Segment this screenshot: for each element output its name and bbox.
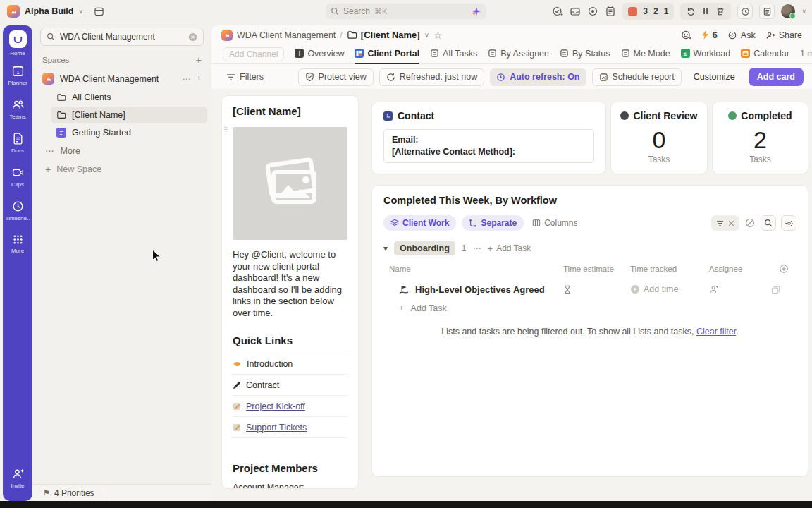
add-card-button[interactable]: Add card (749, 68, 804, 86)
add-time-button[interactable]: Add time (630, 284, 709, 294)
sidebar-more-button[interactable]: ⋯ More (39, 142, 207, 159)
dashboard-icon (355, 49, 364, 58)
add-column-icon[interactable] (771, 264, 796, 274)
sidebar-space-wda[interactable]: WDA Client Management ⋯ + (37, 69, 207, 88)
group-add-task-button[interactable]: + Add Task (488, 243, 531, 254)
pause-icon[interactable] (701, 7, 710, 16)
group-collapse-caret[interactable]: ▾ (383, 243, 388, 253)
breadcrumb-space[interactable]: WDA Client Management (237, 30, 336, 40)
ask-button[interactable]: Ask (727, 30, 756, 40)
schedule-report-button[interactable]: Schedule report (592, 68, 682, 86)
undo-icon[interactable] (686, 6, 696, 16)
task-row[interactable]: High-Level Objectives Agreed Add time (383, 280, 796, 298)
task-check-icon[interactable] (552, 6, 563, 17)
clear-filter-link[interactable]: Clear filter (696, 327, 736, 337)
boost-button[interactable]: 6 (701, 30, 718, 40)
tab-add-channel[interactable]: Add Channel (223, 47, 284, 61)
tab-by-status[interactable]: By Status (560, 44, 610, 64)
pomodoro-timer-group[interactable]: 3 2 1 (622, 3, 674, 20)
search-tasks-button[interactable] (761, 215, 776, 231)
sidebar-item-getting-started[interactable]: Getting Started (51, 124, 207, 141)
window-icon[interactable] (94, 6, 104, 17)
stat-value[interactable]: 0 (611, 126, 707, 154)
favorite-star-icon[interactable]: ☆ (433, 30, 443, 41)
column-time-estimate[interactable]: Time estimate (563, 265, 630, 273)
view-settings-button[interactable] (781, 215, 796, 231)
contact-card-icon (383, 111, 393, 121)
rail-item-docs[interactable]: Docs (3, 132, 32, 166)
share-button[interactable]: Share (765, 30, 802, 40)
tab-client-portal[interactable]: Client Portal (355, 44, 419, 64)
notes-icon[interactable] (759, 4, 775, 19)
drag-handle[interactable]: ⠿ (223, 128, 228, 132)
rail-item-home[interactable]: Home (3, 30, 32, 64)
sidebar-search-input[interactable]: WDA Client Management (40, 28, 204, 46)
clear-search-icon[interactable] (188, 32, 197, 42)
tab-workload[interactable]: Workload (681, 44, 731, 64)
sidebar-new-space-button[interactable]: + New Space (39, 160, 207, 179)
quick-link-introduction[interactable]: Introduction (233, 353, 347, 375)
quick-link-project-kickoff[interactable]: Project Kick-off (233, 396, 347, 417)
columns-pill[interactable]: Columns (529, 215, 580, 231)
sidebar-item-client-name[interactable]: [Client Name] (51, 107, 207, 123)
ai-sparkle-icon[interactable] (472, 6, 481, 16)
protect-view-button[interactable]: Protect view (298, 68, 374, 86)
assign-person-icon[interactable] (709, 284, 719, 294)
add-reaction-icon[interactable] (681, 30, 691, 40)
group-by-pill[interactable]: Client Work (383, 215, 456, 231)
quick-link-support-tickets[interactable]: Support Tickets (233, 417, 347, 438)
quick-link-contract[interactable]: Contract (233, 375, 347, 396)
breadcrumb-chevron-icon[interactable]: ∨ (424, 31, 429, 39)
space-avatar[interactable] (221, 30, 233, 41)
notepad-icon[interactable] (605, 6, 616, 17)
add-space-icon[interactable]: + (196, 54, 202, 66)
subgroup-pill[interactable]: Separate (462, 215, 524, 231)
task-name[interactable]: High-Level Objectives Agreed (415, 284, 545, 295)
image-placeholder[interactable] (233, 127, 347, 240)
hourglass-icon[interactable] (563, 285, 572, 294)
clear-filter-x-icon[interactable] (728, 220, 734, 226)
tab-by-assignee[interactable]: By Assignee (488, 44, 549, 64)
tab-me-mode[interactable]: Me Mode (621, 44, 670, 64)
rail-item-more[interactable]: More (3, 234, 32, 267)
group-options-icon[interactable]: ⋯ (473, 243, 481, 253)
record-icon[interactable] (587, 6, 598, 17)
space-add-icon[interactable]: + (197, 73, 202, 84)
breadcrumb-current[interactable]: [Client Name] (347, 30, 420, 40)
group-status-badge[interactable]: Onboarding (394, 241, 455, 255)
task-action-icon[interactable] (771, 285, 780, 294)
column-assignee[interactable]: Assignee (709, 265, 771, 273)
space-options-icon[interactable]: ⋯ (182, 73, 191, 84)
stat-value[interactable]: 2 (713, 126, 808, 154)
workspace-name[interactable]: Alpha Build (25, 6, 73, 16)
workspace-avatar[interactable] (7, 5, 20, 18)
column-time-tracked[interactable]: Time tracked (630, 265, 709, 273)
priorities-tray[interactable]: ⚑ 4 Priorities (32, 484, 211, 501)
rail-item-teams[interactable]: Teams (3, 98, 32, 132)
sidebar-item-all-clients[interactable]: All Clients (51, 89, 207, 106)
tab-all-tasks[interactable]: All Tasks (430, 44, 477, 64)
workspace-chevron-icon[interactable]: ∨ (78, 8, 83, 15)
active-filter-chip[interactable] (711, 215, 739, 231)
rail-item-planner[interactable]: 1 Planner (3, 64, 32, 98)
closed-tasks-icon[interactable] (744, 217, 756, 229)
clock-history-icon[interactable] (737, 4, 753, 19)
account-chevron-icon[interactable]: ∨ (801, 8, 806, 15)
tab-calendar[interactable]: Calendar (741, 44, 789, 64)
add-task-row[interactable]: + Add Task (383, 303, 796, 313)
column-name[interactable]: Name (383, 265, 563, 273)
rail-item-invite[interactable]: Invite (3, 467, 32, 501)
auto-refresh-toggle[interactable]: Auto refresh: On (490, 68, 586, 86)
customize-button[interactable]: Customize (687, 68, 742, 86)
filters-button[interactable]: Filters (220, 68, 270, 86)
user-avatar[interactable] (781, 4, 795, 18)
trash-icon[interactable] (715, 6, 725, 16)
rail-item-timesheet[interactable]: Timeshe.. (3, 200, 32, 234)
rail-item-clips[interactable]: Clips (3, 166, 32, 200)
contact-fields[interactable]: Email: [Alternative Contact Method]: (383, 129, 594, 163)
tab-overview[interactable]: i Overview (295, 44, 344, 64)
refreshed-button[interactable]: Refreshed: just now (379, 68, 484, 86)
inbox-icon[interactable] (570, 6, 581, 17)
tab-one-more[interactable]: 1 more... (800, 44, 812, 64)
global-search-input[interactable]: Search ⌘K (326, 4, 486, 19)
